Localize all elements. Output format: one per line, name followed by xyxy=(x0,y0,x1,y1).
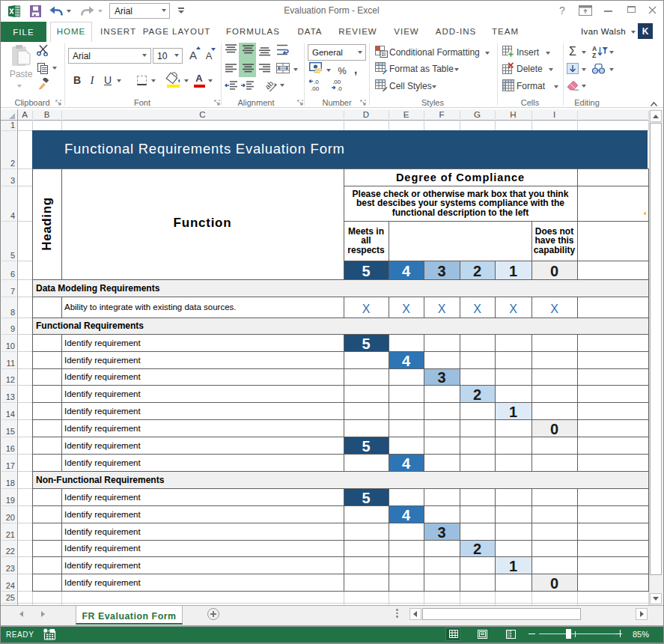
svg-text:Z: Z xyxy=(592,52,596,58)
svg-text:.0: .0 xyxy=(337,85,342,92)
svg-text:ab: ab xyxy=(264,79,275,91)
svg-text:.00: .00 xyxy=(311,85,320,92)
